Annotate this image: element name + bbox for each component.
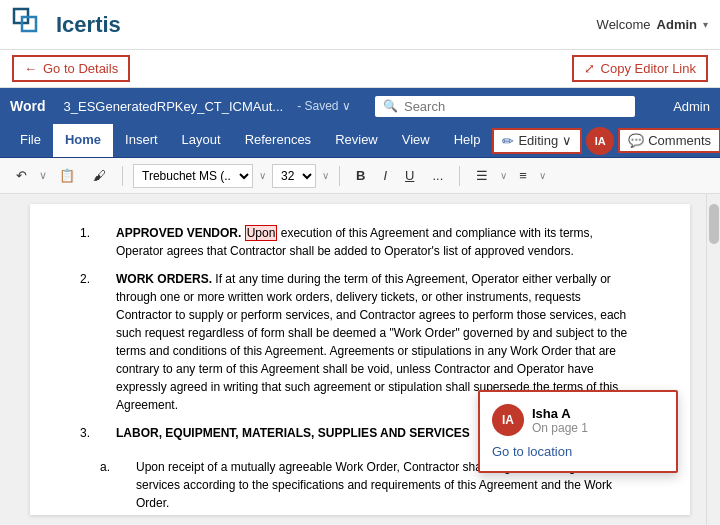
list-arrow: ∨ [500,170,507,181]
item-1-text: APPROVED VENDOR. Upon execution of this … [116,224,640,260]
size-arrow: ∨ [322,170,329,181]
highlight-upon: Upon [245,225,278,241]
undo-arrow: ∨ [39,169,47,182]
editing-arrow: ∨ [562,133,572,148]
tab-home-label: Home [65,132,101,147]
go-details-label: Go to Details [43,61,118,76]
popup-avatar: IA [492,404,524,436]
search-box[interactable]: 🔍 [375,96,635,117]
popup-user-name: Isha A [532,406,588,421]
divider-1 [122,166,123,186]
popup-user-info: Isha A On page 1 [532,406,588,435]
underline-button[interactable]: U [399,165,420,186]
tab-file-label: File [20,132,41,147]
comments-button[interactable]: 💬 Comments [618,128,720,153]
welcome-area: Welcome Admin ▾ [597,17,708,32]
divider-2 [339,166,340,186]
tab-view[interactable]: View [390,124,442,157]
tab-references-label: References [245,132,311,147]
tab-layout-label: Layout [182,132,221,147]
section-3-heading: LABOR, EQUIPMENT, MATERIALS, SUPPLIES AN… [116,424,470,442]
tab-review[interactable]: Review [323,124,390,157]
icertis-logo-icon [12,7,48,43]
tab-help-label: Help [454,132,481,147]
user-name: Admin [657,17,697,32]
search-icon: 🔍 [383,99,398,113]
font-arrow: ∨ [259,170,266,181]
align-button[interactable]: ≡ [513,165,533,186]
back-arrow-icon: ← [24,61,37,76]
welcome-label: Welcome [597,17,651,32]
item-2-heading: WORK ORDERS. [116,272,212,286]
tab-file[interactable]: File [8,124,53,157]
editing-button[interactable]: ✏ Editing ∨ [492,128,582,154]
tab-view-label: View [402,132,430,147]
scroll-bar[interactable] [706,194,720,525]
tab-references[interactable]: References [233,124,323,157]
item-1-number: 1. [80,224,100,260]
go-to-location-link[interactable]: Go to location [492,444,664,459]
top-bar: Icertis Welcome Admin ▾ [0,0,720,50]
bold-button[interactable]: B [350,165,371,186]
tab-insert-label: Insert [125,132,158,147]
copy-editor-link-button[interactable]: ⤢ Copy Editor Link [572,55,708,82]
action-bar: ← Go to Details ⤢ Copy Editor Link [0,50,720,88]
comments-label: Comments [648,133,711,148]
copy-editor-label: Copy Editor Link [601,61,696,76]
comments-icon: 💬 [628,133,644,148]
tab-insert[interactable]: Insert [113,124,170,157]
search-input[interactable] [404,99,627,114]
divider-3 [459,166,460,186]
scroll-thumb[interactable] [709,204,719,244]
user-popup-card: IA Isha A On page 1 Go to location [478,390,678,473]
tab-help[interactable]: Help [442,124,493,157]
logo-area: Icertis [12,7,121,43]
item-2-number: 2. [80,270,100,414]
word-user: Admin [673,99,710,114]
tab-layout[interactable]: Layout [170,124,233,157]
go-to-details-button[interactable]: ← Go to Details [12,55,130,82]
more-button[interactable]: ... [426,165,449,186]
item-1-heading: APPROVED VENDOR. [116,226,245,240]
sub-a-letter: a. [100,458,120,512]
popup-user-row: IA Isha A On page 1 [492,404,664,436]
word-label: Word [10,98,54,114]
ribbon-right: ✏ Editing ∨ IA 💬 Comments [492,124,720,157]
format-bar: ↶ ∨ 📋 🖌 Trebuchet MS (... ∨ 32 ∨ B I U .… [0,158,720,194]
list-button[interactable]: ☰ [470,165,494,186]
word-bar: Word 3_ESGeneratedRPKey_CT_ICMAut... - S… [0,88,720,124]
clipboard-button[interactable]: 📋 [53,165,81,186]
brush-button[interactable]: 🖌 [87,165,112,186]
align-arrow: ∨ [539,170,546,181]
ribbon-tabs: File Home Insert Layout References Revie… [0,124,720,158]
saved-status: - Saved ∨ [297,99,351,113]
document-title: 3_ESGeneratedRPKey_CT_ICMAut... [64,99,284,114]
doc-item-1: 1. APPROVED VENDOR. Upon execution of th… [80,224,640,260]
user-dropdown-arrow[interactable]: ▾ [703,19,708,30]
tab-review-label: Review [335,132,378,147]
italic-button[interactable]: I [377,165,393,186]
undo-button[interactable]: ↶ [10,165,33,186]
logo-text: Icertis [56,12,121,38]
editing-label: Editing [518,133,558,148]
share-icon: ⤢ [584,61,595,76]
font-family-select[interactable]: Trebuchet MS (... [133,164,253,188]
user-avatar[interactable]: IA [586,127,614,155]
font-size-select[interactable]: 32 [272,164,316,188]
pencil-icon: ✏ [502,133,514,149]
popup-page-label: On page 1 [532,421,588,435]
section-3-number: 3. [80,424,100,450]
tab-home[interactable]: Home [53,124,113,157]
document-area: 1. APPROVED VENDOR. Upon execution of th… [0,194,720,525]
